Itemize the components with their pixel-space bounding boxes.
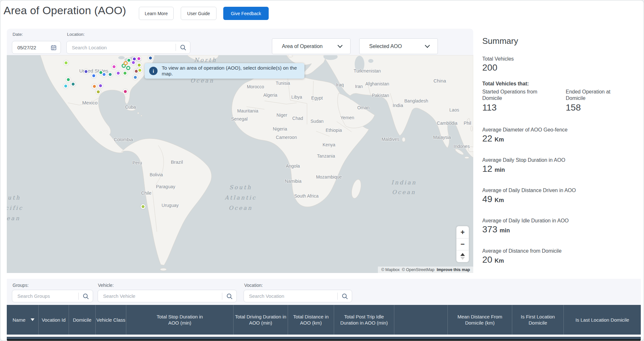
domicile-dot[interactable] [98, 83, 103, 88]
search-icon[interactable] [79, 290, 93, 302]
user-guide-button[interactable]: User Guide [181, 7, 216, 20]
page-title: Area of Operation (AOO) [4, 4, 126, 17]
metric-number: 49 [482, 194, 492, 204]
sort-desc-icon [31, 318, 34, 321]
vehicles-that-label: Total Vehicles that: [482, 81, 641, 87]
map-country-label: Senegal [231, 116, 247, 122]
column-header-label: Mean Distance From Domicile (km) [452, 314, 508, 326]
column-header-total-driving-duration-in-aoo-min[interactable]: Total Driving Duration in AOO (min) [233, 305, 288, 335]
started-operations-label: Started Operations from Domicile [482, 89, 550, 102]
domicile-dot[interactable] [92, 84, 97, 89]
metric-value: 373min [482, 224, 641, 236]
metric-label: Average of Distance from Domicile [482, 248, 641, 254]
column-header-is-first-location-domicile[interactable]: Is First Location Domicile [512, 305, 563, 335]
search-icon[interactable] [176, 41, 190, 54]
date-input[interactable] [12, 45, 46, 50]
map-country-label: Pakistan [372, 93, 389, 98]
map-country-label: Cuba [125, 104, 136, 110]
domicile-dot[interactable] [133, 75, 138, 80]
domicile-dot[interactable] [71, 82, 76, 87]
domicile-dot[interactable] [131, 60, 136, 65]
location-field[interactable] [66, 41, 190, 54]
zoom-in-button[interactable]: + [457, 226, 469, 238]
map-country-label: Kenya [322, 142, 335, 147]
domicile-dot[interactable] [138, 68, 142, 73]
tilt-button[interactable] [457, 250, 469, 262]
groups-search-input[interactable] [12, 293, 78, 299]
column-header-mean-distance-from-domicile-km[interactable]: Mean Distance From Domicile (km) [447, 305, 512, 335]
map-country-label: Ethiopia [326, 128, 342, 133]
improve-map-link[interactable]: Improve this map [437, 268, 470, 272]
domicile-dot[interactable] [91, 73, 96, 78]
domicile-dot[interactable] [64, 61, 69, 65]
domicile-dot[interactable] [148, 56, 153, 61]
map-country-label: Libya [291, 94, 302, 100]
ocean-label: outh [7, 194, 21, 201]
domicile-dot[interactable] [102, 72, 107, 77]
map-country-label: Iran [355, 84, 363, 89]
domicile-dot[interactable] [63, 84, 68, 89]
summary-metric: Average of Daily Idle Duration in AOO373… [482, 218, 641, 236]
vehicle-search-input[interactable] [98, 293, 222, 299]
column-header-blank[interactable] [394, 305, 447, 335]
column-header-vehicle-class[interactable]: Vehicle Class [95, 305, 126, 335]
search-icon[interactable] [222, 290, 236, 302]
date-field[interactable] [12, 41, 61, 54]
column-header-domicile[interactable]: Domicile [69, 305, 95, 335]
location-search-input[interactable] [67, 45, 176, 50]
calendar-icon[interactable] [46, 41, 61, 54]
column-header-vocation-id[interactable]: Vocation Id [38, 305, 69, 335]
world-map[interactable]: NorthOceanSouthAtlanticOceanIndianOceano… [7, 55, 473, 273]
domicile-dot[interactable] [66, 77, 71, 82]
map-country-label: Algeria [263, 93, 277, 98]
domicile-dot[interactable] [137, 56, 141, 61]
map-country-label: Tanzania [317, 153, 335, 159]
domicile-dot[interactable] [141, 204, 146, 209]
domicile-dot[interactable] [116, 71, 121, 76]
column-header-label: Total Distance in AOO (km) [288, 314, 334, 326]
search-icon[interactable] [338, 290, 352, 302]
selected-aoo-dropdown[interactable]: Selected AOO [359, 38, 438, 54]
summary-metric: Average of Distance from Domicile20Km [482, 248, 641, 266]
column-header-total-distance-in-aoo-km[interactable]: Total Distance in AOO (km) [288, 305, 334, 335]
area-of-operation-dropdown[interactable]: Area of Operation [272, 38, 351, 54]
column-header-is-last-location-domicile[interactable]: Is Last Location Domicile [563, 305, 641, 335]
map-country-label: Bangladesh [404, 98, 428, 103]
vehicle-field[interactable] [98, 290, 237, 302]
domicile-dot[interactable] [112, 64, 117, 69]
summary-title: Summary [482, 36, 641, 46]
column-header-label: Total Stop Duration in AOO (min) [152, 314, 208, 326]
map-info-text: To view an area of operation (AOO), sele… [162, 65, 304, 77]
column-header-total-post-trip-idle-duration-in-aoo-min[interactable]: Total Post Trip Idle Duration in AOO (mi… [334, 305, 394, 335]
groups-field[interactable] [12, 290, 93, 302]
map-country-label: Morocco [247, 84, 264, 89]
metric-label: Average of Daily Distance Driven in AOO [482, 187, 641, 194]
chevron-down-icon [425, 43, 430, 48]
learn-more-button[interactable]: Learn More [139, 7, 174, 20]
domicile-dot[interactable] [123, 89, 128, 94]
domicile-dot[interactable] [108, 72, 113, 77]
tilt-icon [460, 253, 465, 260]
ocean-label: acific [7, 205, 23, 211]
summary-metric: Average Diameter of AOO Geo-fence22Km [482, 127, 641, 145]
metric-unit: Km [495, 136, 504, 143]
domicile-dot[interactable] [137, 63, 142, 68]
column-header-total-stop-duration-in-aoo-min[interactable]: Total Stop Duration in AOO (min) [126, 305, 233, 335]
zoom-out-button[interactable]: − [457, 238, 469, 250]
ocean-label: North [194, 57, 217, 63]
ocean-label: Atlantic [225, 194, 256, 201]
domicile-dot[interactable] [96, 90, 101, 94]
vocation-search-input[interactable] [244, 293, 337, 299]
vocation-field[interactable] [244, 290, 352, 302]
osm-attribution-link[interactable]: © OpenStreetMap [402, 268, 435, 272]
domicile-dot[interactable] [127, 58, 131, 63]
map-zoom-control: + − [456, 226, 469, 262]
info-icon: i [149, 67, 158, 75]
mapbox-attribution-link[interactable]: © Mapbox [381, 268, 399, 272]
domicile-dot[interactable] [123, 71, 128, 76]
metric-number: 20 [482, 255, 492, 265]
give-feedback-button[interactable]: Give Feedback [223, 7, 269, 20]
domicile-dot[interactable] [84, 69, 89, 74]
map-country-label: Yemen [340, 115, 354, 120]
column-header-name[interactable]: Name [7, 305, 38, 335]
